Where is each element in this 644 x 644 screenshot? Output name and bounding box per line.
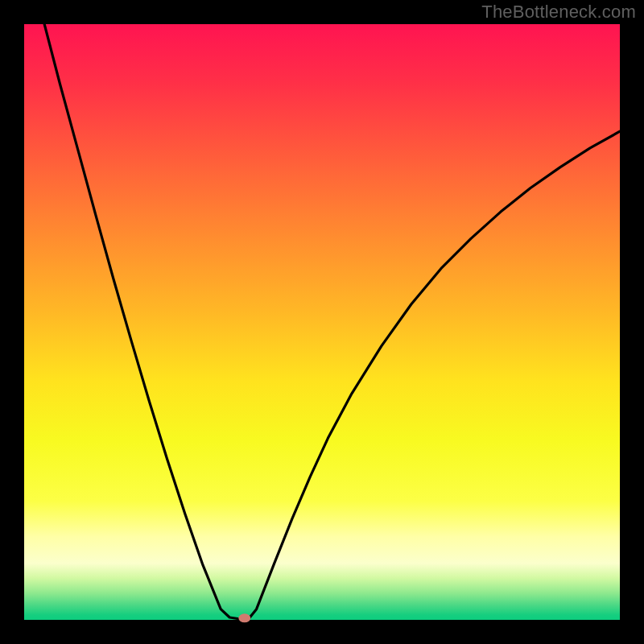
chart-frame: TheBottleneck.com [0, 0, 644, 644]
watermark-text: TheBottleneck.com [481, 2, 636, 23]
plot-background [24, 24, 620, 620]
bottleneck-chart [0, 0, 644, 644]
optimum-marker [238, 613, 250, 622]
